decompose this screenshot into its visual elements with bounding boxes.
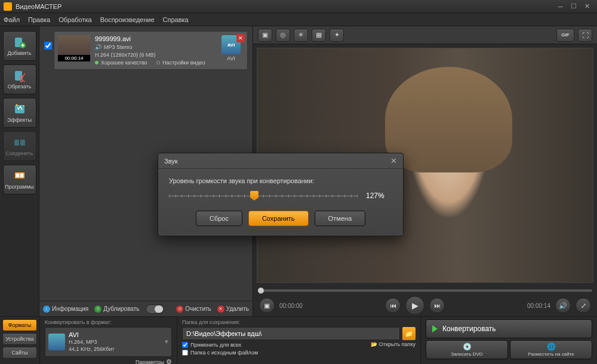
speaker-icon: 🔊 bbox=[95, 44, 101, 50]
file-checkbox[interactable] bbox=[44, 42, 52, 50]
convert-button[interactable]: Конвертировать bbox=[426, 319, 592, 338]
output-path-field[interactable]: D:\Видео\Эффекты вдш\ bbox=[182, 327, 400, 340]
svg-rect-11 bbox=[16, 174, 19, 177]
globe-icon: 🌐 bbox=[547, 343, 556, 351]
brightness-icon[interactable]: ☀ bbox=[294, 29, 308, 42]
list-footer: iИнформация ⎘Дублировать ⊘Очистить ✕Удал… bbox=[39, 301, 253, 316]
app-logo-icon bbox=[4, 2, 12, 11]
path-section: Папка для сохранения: D:\Видео\Эффекты в… bbox=[177, 317, 420, 364]
footer-info[interactable]: iИнформация bbox=[43, 306, 88, 313]
format-tabs: Форматы Устройства Сайты bbox=[0, 317, 39, 364]
file-name-label: 9999999.avi bbox=[95, 35, 214, 42]
join-icon bbox=[13, 136, 26, 149]
volume-slider[interactable] bbox=[169, 192, 358, 200]
file-item[interactable]: ✕ 00:00:14 9999999.avi 🔊MP3 Stereo H.264… bbox=[54, 31, 248, 70]
snapshot-icon[interactable]: ▣ bbox=[259, 298, 275, 313]
sidebar-add[interactable]: Добавить bbox=[3, 31, 36, 61]
sidebar-join: Соединить bbox=[3, 131, 36, 161]
info-icon: i bbox=[43, 306, 50, 313]
fullscreen-icon[interactable]: ⛶ bbox=[578, 29, 592, 42]
footer-delete[interactable]: ✕Удалить bbox=[217, 306, 249, 313]
footer-clear[interactable]: ⊘Очистить bbox=[176, 306, 211, 313]
source-folder-checkbox[interactable] bbox=[182, 350, 188, 356]
params-link[interactable]: Параметры bbox=[136, 359, 164, 364]
speed-icon[interactable]: ✦ bbox=[330, 29, 344, 42]
crop-icon[interactable]: ▣ bbox=[258, 29, 272, 42]
file-remove-icon[interactable]: ✕ bbox=[236, 34, 245, 42]
dvd-icon: 💿 bbox=[463, 343, 472, 351]
open-folder-link[interactable]: 📂 Открыть папку bbox=[371, 341, 416, 347]
cancel-button[interactable]: Отмена bbox=[315, 211, 365, 226]
menu-process[interactable]: Обработка bbox=[59, 16, 91, 23]
duplicate-icon: ⎘ bbox=[94, 306, 101, 313]
format-selector[interactable]: AVIH.264, MP3 44,1 KHz, 256Кбит ▾ bbox=[45, 327, 172, 357]
menu-file[interactable]: Файл bbox=[4, 16, 20, 23]
effects-icon bbox=[13, 103, 26, 116]
cut-icon bbox=[13, 69, 26, 82]
reset-button[interactable]: Сброс bbox=[196, 211, 242, 226]
time-total: 00:00:14 bbox=[527, 303, 550, 309]
app-title: ВидеоМАСТЕР bbox=[16, 3, 554, 10]
save-button[interactable]: Сохранить bbox=[248, 211, 309, 226]
bottom-panel: Форматы Устройства Сайты Конвертировать … bbox=[0, 316, 597, 364]
tab-devices[interactable]: Устройства bbox=[2, 333, 37, 345]
titlebar: ВидеоМАСТЕР ─ ☐ ✕ bbox=[0, 0, 597, 13]
format-section: Конвертировать в формат: AVIH.264, MP3 4… bbox=[39, 317, 177, 364]
volume-value: 127% bbox=[366, 192, 392, 200]
seek-bar[interactable] bbox=[253, 286, 597, 295]
menubar: Файл Правка Обработка Воспроизведение Сп… bbox=[0, 13, 597, 26]
sidebar: Добавить Обрезать Эффекты Соединить Прог… bbox=[0, 26, 39, 316]
folder-icon: 📁 bbox=[405, 330, 413, 338]
folder-open-icon: 📂 bbox=[371, 341, 377, 347]
format-icon bbox=[48, 334, 65, 350]
svg-rect-5 bbox=[15, 105, 24, 113]
play-button[interactable]: ▶ bbox=[405, 296, 424, 315]
dialog-titlebar: Звук ✕ bbox=[158, 153, 403, 169]
dialog-close-icon[interactable]: ✕ bbox=[390, 156, 397, 165]
sidebar-effects[interactable]: Эффекты bbox=[3, 98, 36, 128]
seek-thumb-icon[interactable] bbox=[258, 288, 264, 294]
text-icon[interactable]: ▦ bbox=[312, 29, 326, 42]
svg-rect-12 bbox=[20, 174, 23, 177]
sidebar-programs[interactable]: Программы bbox=[3, 165, 36, 195]
footer-duplicate[interactable]: ⎘Дублировать bbox=[94, 306, 139, 313]
sidebar-cut[interactable]: Обрезать bbox=[3, 64, 36, 94]
delete-icon: ✕ bbox=[217, 306, 224, 313]
menu-help[interactable]: Справка bbox=[163, 16, 189, 23]
apply-all-checkbox[interactable] bbox=[182, 342, 188, 348]
expand-icon[interactable]: ⤢ bbox=[576, 298, 591, 313]
clear-icon: ⊘ bbox=[176, 306, 183, 313]
browse-button[interactable]: 📁 bbox=[402, 327, 416, 340]
time-current: 00:00:00 bbox=[279, 303, 303, 309]
gear-icon: ⚙ bbox=[166, 358, 172, 364]
play-arrow-icon bbox=[432, 325, 438, 332]
programs-icon bbox=[13, 169, 26, 183]
chevron-down-icon: ▾ bbox=[165, 338, 168, 346]
file-thumbnail: 00:00:14 bbox=[58, 35, 90, 61]
svg-rect-8 bbox=[14, 140, 19, 146]
gif-button[interactable]: GIF bbox=[556, 29, 574, 42]
next-button[interactable]: ⏭ bbox=[429, 298, 445, 313]
playback-controls: ▣ 00:00:00 ⏮ ▶ ⏭ 00:00:14 🔊 ⤢ bbox=[253, 295, 597, 316]
sound-dialog: Звук ✕ Уровень громкости звука при конве… bbox=[158, 153, 404, 236]
add-icon bbox=[13, 36, 26, 49]
svg-point-7 bbox=[23, 105, 24, 106]
svg-rect-9 bbox=[20, 140, 25, 146]
actions-section: Конвертировать 💿Записать DVD 🌐Разместить… bbox=[420, 317, 597, 364]
tab-sites[interactable]: Сайты bbox=[2, 347, 37, 359]
menu-playback[interactable]: Воспроизведение bbox=[100, 16, 155, 23]
tab-formats[interactable]: Форматы bbox=[2, 319, 37, 331]
toggle-switch[interactable] bbox=[146, 304, 165, 314]
minimize-button[interactable]: ─ bbox=[554, 2, 567, 11]
prev-button[interactable]: ⏮ bbox=[385, 298, 401, 313]
volume-label: Уровень громкости звука при конвертирова… bbox=[169, 177, 392, 184]
burn-dvd-button[interactable]: 💿Записать DVD bbox=[426, 340, 508, 359]
maximize-button[interactable]: ☐ bbox=[567, 2, 580, 11]
settings-dot-icon bbox=[156, 61, 160, 64]
publish-site-button[interactable]: 🌐Разместить на сайте bbox=[510, 340, 592, 359]
volume-icon[interactable]: 🔊 bbox=[555, 298, 571, 313]
close-button[interactable]: ✕ bbox=[580, 2, 593, 11]
preview-toolbar: ▣ ◎ ☀ ▦ ✦ GIF ⛶ bbox=[253, 26, 597, 44]
rotate-icon[interactable]: ◎ bbox=[276, 29, 290, 42]
menu-edit[interactable]: Правка bbox=[28, 16, 50, 23]
